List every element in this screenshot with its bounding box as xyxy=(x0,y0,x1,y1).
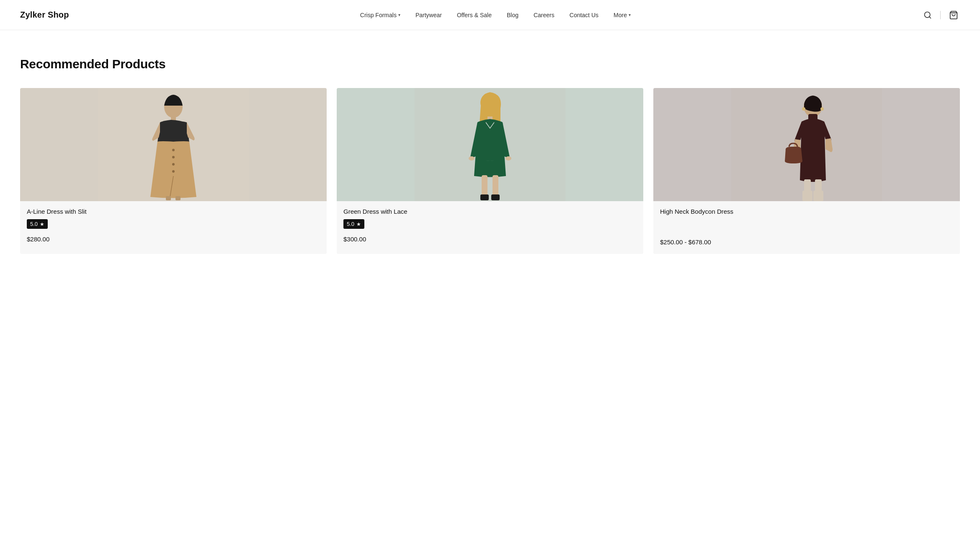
no-rating-spacer xyxy=(660,219,953,232)
nav-offers-sale[interactable]: Offers & Sale xyxy=(457,12,492,18)
svg-rect-18 xyxy=(482,175,487,197)
nav-careers[interactable]: Careers xyxy=(534,12,554,18)
product-image-2 xyxy=(337,88,643,201)
product-price-2: $300.00 xyxy=(343,236,637,243)
product-name-2: Green Dress with Lace xyxy=(343,208,637,215)
rating-value-1: 5.0 xyxy=(30,221,38,227)
svg-rect-21 xyxy=(491,194,500,200)
search-icon xyxy=(923,11,932,19)
site-header: Zylker Shop Crisp Formals ▾ Partywear Of… xyxy=(0,0,980,30)
section-title: Recommended Products xyxy=(20,57,960,71)
svg-point-7 xyxy=(172,156,175,158)
product-info-1: A-Line Dress with Slit 5.0 ★ $280.00 xyxy=(20,201,327,251)
svg-rect-12 xyxy=(175,196,181,200)
product-info-2: Green Dress with Lace 5.0 ★ $300.00 xyxy=(337,201,643,251)
header-actions xyxy=(922,9,960,21)
svg-point-16 xyxy=(469,156,475,161)
svg-line-1 xyxy=(929,16,931,18)
nav-more-label: More xyxy=(614,12,627,18)
svg-point-8 xyxy=(172,163,175,166)
product-figure-3 xyxy=(653,88,960,201)
svg-point-31 xyxy=(820,107,824,111)
svg-rect-20 xyxy=(480,194,489,200)
product-price-1: $280.00 xyxy=(27,236,320,243)
products-grid: A-Line Dress with Slit 5.0 ★ $280.00 xyxy=(20,88,960,254)
nav-crisp-formals-label: Crisp Formals xyxy=(360,12,397,18)
product-card-3[interactable]: High Neck Bodycon Dress $250.00 - $678.0… xyxy=(653,88,960,254)
rating-value-2: 5.0 xyxy=(347,221,354,227)
nav-more[interactable]: More ▾ xyxy=(614,12,631,18)
product-name-1: A-Line Dress with Slit xyxy=(27,208,320,215)
cart-icon xyxy=(949,10,958,20)
nav-crisp-formals[interactable]: Crisp Formals ▾ xyxy=(360,12,400,18)
star-icon-2: ★ xyxy=(356,221,361,227)
product-figure-2 xyxy=(337,88,643,201)
product-price-3: $250.00 - $678.00 xyxy=(660,238,953,246)
svg-rect-28 xyxy=(802,191,812,201)
product-card-1[interactable]: A-Line Dress with Slit 5.0 ★ $280.00 xyxy=(20,88,327,254)
product-figure-1 xyxy=(20,88,327,201)
main-content: Recommended Products xyxy=(0,30,980,287)
cart-button[interactable] xyxy=(947,9,960,21)
product-image-1 xyxy=(20,88,327,201)
rating-badge-2: 5.0 ★ xyxy=(343,219,364,229)
star-icon-1: ★ xyxy=(40,221,44,227)
svg-point-17 xyxy=(505,156,511,161)
svg-point-6 xyxy=(172,149,175,151)
product-card-2[interactable]: Green Dress with Lace 5.0 ★ $300.00 xyxy=(337,88,643,254)
brand-logo[interactable]: Zylker Shop xyxy=(20,10,69,20)
svg-rect-29 xyxy=(813,191,823,201)
nav-blog[interactable]: Blog xyxy=(507,12,518,18)
product-info-3: High Neck Bodycon Dress $250.00 - $678.0… xyxy=(653,201,960,254)
chevron-down-icon: ▾ xyxy=(629,13,631,17)
svg-rect-19 xyxy=(493,175,498,197)
svg-rect-11 xyxy=(166,196,171,200)
svg-point-9 xyxy=(172,170,175,173)
header-divider xyxy=(940,11,941,19)
search-button[interactable] xyxy=(922,9,934,21)
nav-contact-us[interactable]: Contact Us xyxy=(570,12,598,18)
chevron-down-icon: ▾ xyxy=(398,13,400,17)
rating-badge-1: 5.0 ★ xyxy=(27,219,48,229)
product-name-3: High Neck Bodycon Dress xyxy=(660,208,953,215)
nav-partywear[interactable]: Partywear xyxy=(415,12,442,18)
product-image-3 xyxy=(653,88,960,201)
main-nav: Crisp Formals ▾ Partywear Offers & Sale … xyxy=(360,12,631,18)
svg-point-30 xyxy=(802,107,805,111)
